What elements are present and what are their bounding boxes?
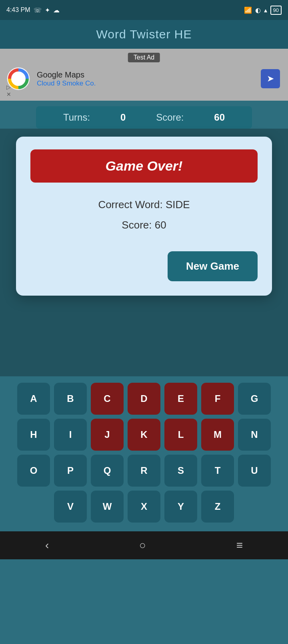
- time: 4:43 PM: [6, 6, 30, 14]
- key-h[interactable]: H: [17, 419, 50, 451]
- key-row-4: V W X Y Z: [3, 491, 285, 523]
- key-a[interactable]: A: [17, 383, 50, 415]
- ad-arrow-icon[interactable]: ➤: [261, 69, 280, 88]
- correct-word-text: Correct Word: SIDE: [30, 199, 258, 211]
- status-right: 📶 ◐ ▴ 90: [244, 6, 282, 15]
- keyboard-area: A B C D E F G H I J K L M N O P Q R S T …: [0, 376, 288, 531]
- ad-label: Test Ad: [128, 53, 160, 62]
- usb-icon: ✦: [45, 6, 50, 14]
- home-button[interactable]: ○: [139, 539, 146, 552]
- key-y[interactable]: Y: [164, 491, 197, 523]
- key-w[interactable]: W: [91, 491, 124, 523]
- key-c[interactable]: C: [91, 383, 124, 415]
- score-value: 60: [214, 112, 225, 123]
- key-e[interactable]: E: [164, 383, 197, 415]
- app-title: Word Twister HE: [96, 28, 192, 41]
- key-z[interactable]: Z: [201, 491, 234, 523]
- key-row-3: O P Q R S T U: [3, 455, 285, 487]
- vibrate-icon: 📶: [244, 6, 252, 14]
- ad-company-name: Google Maps: [37, 70, 96, 80]
- new-game-button[interactable]: New Game: [168, 251, 258, 281]
- main-area: Game Over! Correct Word: SIDE Score: 60 …: [0, 129, 288, 376]
- ad-subtitle: Cloud 9 Smoke Co.: [37, 80, 96, 87]
- status-left: 4:43 PM ☏ ✦ ☁: [6, 6, 60, 14]
- key-o[interactable]: O: [17, 455, 50, 487]
- key-q[interactable]: Q: [91, 455, 124, 487]
- ad-close-icon: ✕: [6, 91, 11, 97]
- key-g[interactable]: G: [238, 383, 271, 415]
- cloud-icon: ☁: [53, 6, 60, 14]
- app-header: Word Twister HE: [0, 20, 288, 49]
- score-bar: Turns: 0 Score: 60: [36, 106, 252, 129]
- key-row-2: H I J K L M N: [3, 419, 285, 451]
- key-m[interactable]: M: [201, 419, 234, 451]
- back-button[interactable]: ‹: [45, 539, 49, 552]
- key-j[interactable]: J: [91, 419, 124, 451]
- bottom-nav: ‹ ○ ≡: [0, 531, 288, 559]
- ad-text: Google Maps Cloud 9 Smoke Co.: [37, 70, 96, 87]
- battery-indicator: 90: [270, 6, 282, 15]
- ad-play-icon: ▷: [6, 84, 11, 90]
- key-p[interactable]: P: [54, 455, 87, 487]
- key-n[interactable]: N: [238, 419, 271, 451]
- modal-overlay: Game Over! Correct Word: SIDE Score: 60 …: [0, 129, 288, 376]
- key-d[interactable]: D: [128, 383, 160, 415]
- key-t[interactable]: T: [201, 455, 234, 487]
- whatsapp-icon: ☏: [34, 6, 42, 14]
- score-label: Score:: [156, 112, 184, 123]
- key-k[interactable]: K: [128, 419, 160, 451]
- key-x[interactable]: X: [128, 491, 160, 523]
- key-r[interactable]: R: [128, 455, 160, 487]
- key-row-1: A B C D E F G: [3, 383, 285, 415]
- ad-banner: Test Ad Google Maps Cloud 9 Smoke Co. ➤ …: [0, 49, 288, 101]
- ad-controls: ▷ ✕: [6, 84, 11, 97]
- key-s[interactable]: S: [164, 455, 197, 487]
- key-l[interactable]: L: [164, 419, 197, 451]
- key-u[interactable]: U: [238, 455, 271, 487]
- key-f[interactable]: F: [201, 383, 234, 415]
- key-b[interactable]: B: [54, 383, 87, 415]
- game-over-banner: Game Over!: [30, 149, 258, 183]
- key-v[interactable]: V: [54, 491, 87, 523]
- wifi-icon: ▴: [264, 6, 267, 14]
- dialog-score-text: Score: 60: [30, 219, 258, 231]
- signal-icon: ◐: [255, 6, 261, 14]
- turns-value: 0: [120, 112, 126, 123]
- status-bar: 4:43 PM ☏ ✦ ☁ 📶 ◐ ▴ 90: [0, 0, 288, 20]
- svg-point-1: [15, 76, 22, 82]
- key-i[interactable]: I: [54, 419, 87, 451]
- game-over-dialog: Game Over! Correct Word: SIDE Score: 60 …: [16, 137, 272, 296]
- menu-button[interactable]: ≡: [236, 539, 243, 552]
- turns-label: Turns:: [63, 112, 90, 123]
